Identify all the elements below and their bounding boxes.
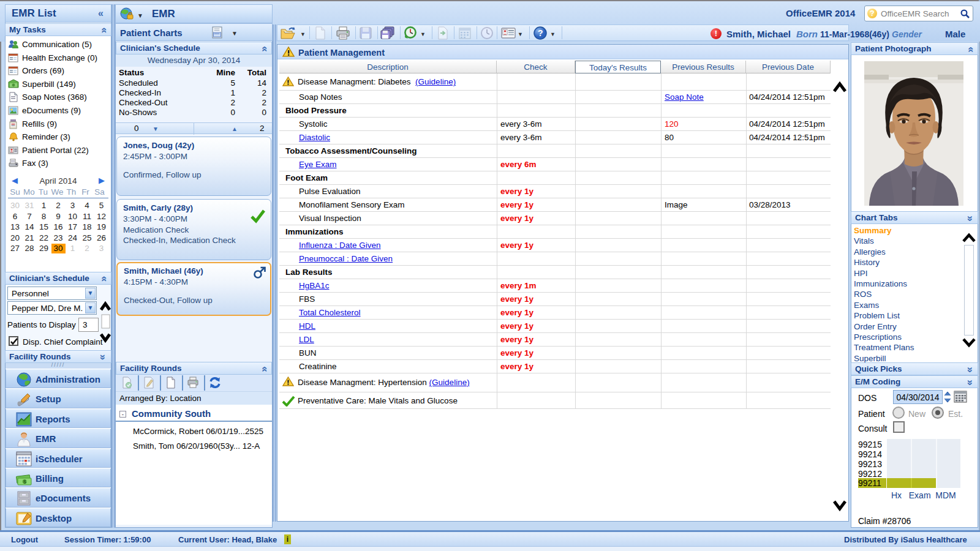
- svg-text:?: ?: [538, 28, 543, 38]
- svg-text:$: $: [23, 479, 26, 485]
